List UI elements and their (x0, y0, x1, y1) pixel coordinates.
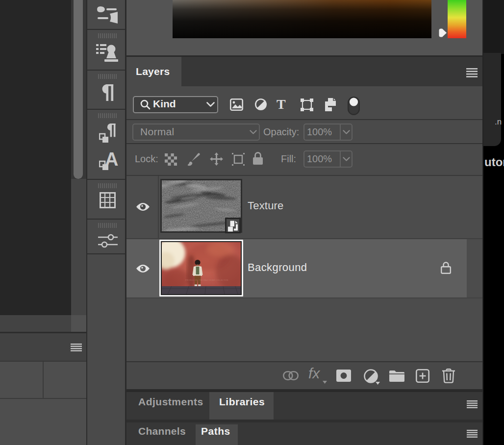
svg-text:PROFILE ON | THE WALK HOME COL: PROFILE ON | THE WALK HOME COLLECTION (185, 279, 228, 281)
